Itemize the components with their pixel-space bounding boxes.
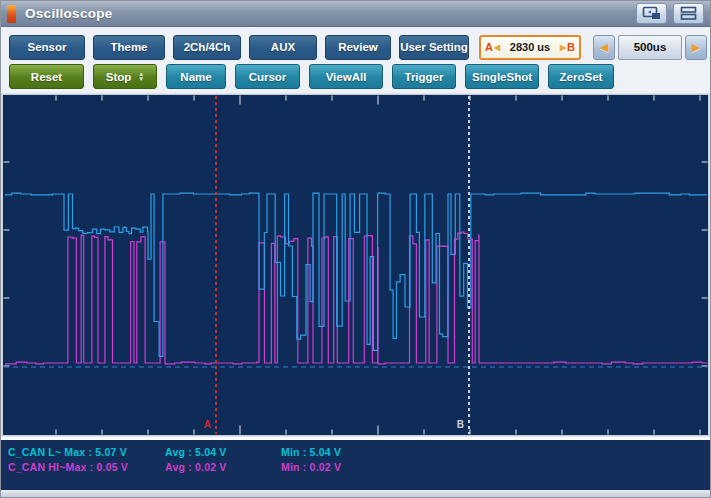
sensor-button[interactable]: Sensor	[9, 35, 85, 60]
reset-button[interactable]: Reset	[9, 64, 84, 89]
stop-spinner-icon: ▲ ▼	[138, 72, 144, 82]
can-hi-max-value: C_CAN HI~Max : 0.05 V	[1, 461, 165, 473]
oscilloscope-window: Oscilloscope Sensor Theme 2Ch/4Ch AUX Re…	[0, 0, 711, 498]
cursor-a-arrow-icon: ◀	[494, 43, 500, 52]
timebase-control: ◀ 500us ▶	[593, 35, 707, 60]
cursor-a-label: A	[485, 41, 493, 53]
can-l-max-value: C_CAN L~ Max : 5.07 V	[1, 446, 165, 458]
review-button[interactable]: Review	[325, 35, 391, 60]
timebase-value: 500us	[618, 35, 682, 60]
window-split-icon	[680, 6, 698, 21]
user-setting-button[interactable]: User Setting	[399, 35, 469, 60]
aux-button[interactable]: AUX	[249, 35, 317, 60]
can-l-min-value: Min : 5.04 V	[281, 446, 341, 458]
cursor-a-label: A	[204, 419, 211, 430]
theme-button[interactable]: Theme	[93, 35, 165, 60]
trigger-button[interactable]: Trigger	[392, 64, 456, 89]
toolbar-row-2: Reset Stop ▲ ▼ Name Cursor ViewAll Trigg…	[1, 61, 710, 91]
timebase-decrease-button[interactable]: ◀	[593, 35, 615, 60]
cursor-button[interactable]: Cursor	[235, 64, 300, 89]
window-split-button[interactable]	[673, 3, 704, 24]
stop-button-label: Stop	[106, 71, 132, 83]
name-button[interactable]: Name	[166, 64, 226, 89]
can-hi-min-value: Min : 0.02 V	[281, 461, 341, 473]
channel-mode-button[interactable]: 2Ch/4Ch	[173, 35, 241, 60]
title-bar: Oscilloscope	[1, 1, 710, 27]
cursor-b-arrow-icon: ▶	[560, 43, 566, 52]
can-hi-avg-value: Avg : 0.02 V	[165, 461, 281, 473]
stop-button[interactable]: Stop ▲ ▼	[93, 64, 157, 89]
app-icon	[7, 5, 16, 23]
window-restore-icon	[642, 6, 662, 21]
timebase-increase-button[interactable]: ▶	[685, 35, 707, 60]
measurement-panel: C_CAN L~ Max : 5.07 V Avg : 5.04 V Min :…	[1, 437, 710, 490]
ab-cursor-readout[interactable]: A◀ 2830 us ▶B	[479, 35, 581, 60]
ab-delta-value: 2830 us	[501, 41, 559, 53]
measurement-row-can-l: C_CAN L~ Max : 5.07 V Avg : 5.04 V Min :…	[1, 444, 710, 459]
window-bottom-frame	[1, 490, 710, 497]
waveform-display[interactable]: AB	[1, 91, 710, 437]
window-title: Oscilloscope	[25, 6, 630, 21]
viewall-button[interactable]: ViewAll	[309, 64, 383, 89]
cursor-b-label: B	[457, 419, 464, 430]
singleshot-button[interactable]: SingleShot	[465, 64, 539, 89]
can-l-avg-value: Avg : 5.04 V	[165, 446, 281, 458]
waveform-canvas[interactable]: AB	[1, 93, 710, 437]
zeroset-button[interactable]: ZeroSet	[548, 64, 614, 89]
cursor-b-label: B	[567, 41, 575, 53]
measurement-row-can-hi: C_CAN HI~Max : 0.05 V Avg : 0.02 V Min :…	[1, 459, 710, 474]
toolbar-row-1: Sensor Theme 2Ch/4Ch AUX Review User Set…	[1, 27, 710, 61]
window-restore-button[interactable]	[636, 3, 667, 24]
